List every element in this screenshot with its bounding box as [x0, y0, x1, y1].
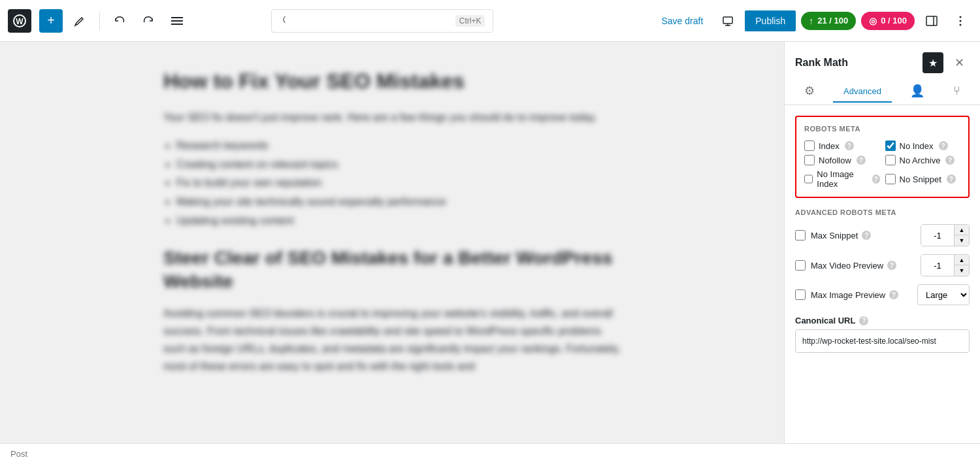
noindex-help-icon: ?: [939, 141, 948, 150]
checkbox-nofollow-row: Nofollow ?: [804, 155, 880, 165]
canonical-url-label: Canonical URL ?: [795, 316, 970, 325]
svg-point-12: [959, 24, 961, 25]
advanced-robots-meta-section: ADVANCED ROBOTS META Max Snippet ? ▲ ▼: [795, 208, 970, 305]
editor-content: How to Fix Your SEO Mistakes Your SEO fi…: [163, 68, 621, 375]
seo-score-value: 21 / 100: [817, 16, 848, 25]
max-snippet-up-button[interactable]: ▲: [955, 225, 969, 235]
max-video-label: Max Video Preview ?: [811, 261, 915, 271]
noimageindex-label: No Image Index: [817, 169, 867, 189]
tab-advanced[interactable]: Advanced: [833, 81, 892, 103]
redo-button[interactable]: [137, 9, 160, 33]
share-icon: ⑂: [953, 84, 960, 98]
max-video-row: Max Video Preview ? ▲ ▼: [795, 254, 970, 276]
checkbox-noindex-row: No Index ?: [885, 141, 961, 151]
wp-logo: W: [8, 9, 31, 33]
noindex-label: No Index: [900, 141, 934, 151]
canonical-url-input[interactable]: [795, 329, 970, 353]
nofollow-help-icon: ?: [857, 156, 866, 165]
noarchive-help-icon: ?: [945, 156, 955, 165]
close-sidebar-button[interactable]: ✕: [949, 52, 970, 73]
max-image-select[interactable]: Large None Standard: [917, 284, 970, 305]
max-snippet-row: Max Snippet ? ▲ ▼: [795, 224, 970, 246]
list-item: Making your site technically sound espec…: [176, 193, 621, 212]
max-video-up-button[interactable]: ▲: [955, 255, 969, 265]
index-help-icon: ?: [845, 141, 854, 150]
readability-score-value: 0 / 100: [881, 16, 907, 25]
advanced-robots-meta-title: ADVANCED ROBOTS META: [795, 208, 970, 216]
list-item: Fix to build your own reputation: [176, 174, 621, 193]
readability-icon: ◎: [869, 16, 877, 26]
advanced-tab-label: Advanced: [843, 86, 881, 96]
max-snippet-down-button[interactable]: ▼: [955, 235, 969, 246]
score-arrow-icon: ↑: [809, 16, 813, 26]
max-snippet-spinner: ▲ ▼: [921, 224, 970, 246]
edit-mode-button[interactable]: [68, 9, 91, 33]
search-shortcut: Ctrl+K: [455, 15, 485, 27]
undo-button[interactable]: [108, 9, 131, 33]
nosnippet-checkbox[interactable]: [885, 174, 896, 184]
max-snippet-label: Max Snippet ?: [811, 231, 915, 240]
sidebar-tabs: ⚙ Advanced 👤 ⑂: [785, 73, 980, 105]
nosnippet-label: No Snippet: [900, 174, 941, 184]
max-video-checkbox[interactable]: [795, 260, 806, 271]
checkbox-noarchive-row: No Archive ?: [885, 155, 961, 165]
svg-text:W: W: [16, 17, 24, 26]
toolbar-right: Save draft Publish ↑ 21 / 100 ◎ 0 / 100: [653, 9, 972, 33]
canonical-url-section: Canonical URL ?: [795, 316, 970, 353]
add-block-button[interactable]: +: [39, 9, 63, 33]
canonical-help-icon: ?: [859, 316, 868, 325]
tab-settings[interactable]: ⚙: [794, 78, 825, 105]
max-snippet-checkbox[interactable]: [795, 230, 806, 240]
noimageindex-help-icon: ?: [872, 174, 880, 184]
tab-person[interactable]: 👤: [900, 78, 935, 105]
bottom-bar: Post: [0, 443, 980, 464]
sidebar-panel-content: ROBOTS META Index ? No Index ? Nofoll: [785, 105, 980, 443]
readability-score-badge[interactable]: ◎ 0 / 100: [861, 12, 915, 30]
max-image-label: Max Image Preview ?: [811, 290, 912, 300]
max-snippet-input[interactable]: [921, 225, 954, 246]
post-title: How to Fix Your SEO Mistakes: [163, 68, 621, 95]
noarchive-checkbox[interactable]: [885, 155, 896, 165]
sidebar-toggle-button[interactable]: [920, 9, 943, 33]
noindex-checkbox[interactable]: [885, 141, 896, 151]
preview-button[interactable]: [716, 9, 740, 33]
post-heading: Steer Clear of SEO Mistakes for a Better…: [163, 246, 621, 294]
noimageindex-checkbox[interactable]: [804, 174, 813, 184]
checkbox-nosnippet-row: No Snippet ?: [885, 169, 961, 189]
robots-meta-grid: Index ? No Index ? Nofollow ?: [804, 141, 960, 189]
max-image-row: Max Image Preview ? Large None Standard: [795, 284, 970, 305]
svg-rect-2: [171, 17, 183, 18]
svg-rect-8: [926, 16, 937, 25]
search-bar: Ctrl+K: [271, 9, 493, 33]
save-draft-button[interactable]: Save draft: [653, 12, 711, 30]
search-input[interactable]: [295, 16, 449, 25]
list-item: Updating existing content: [176, 212, 621, 231]
svg-point-11: [959, 20, 961, 22]
publish-button[interactable]: Publish: [745, 10, 796, 31]
menu-button[interactable]: [165, 9, 189, 33]
max-image-checkbox[interactable]: [795, 290, 806, 300]
robots-meta-title: ROBOTS META: [804, 125, 960, 133]
more-options-button[interactable]: [949, 9, 972, 33]
tab-share[interactable]: ⑂: [943, 79, 971, 105]
index-checkbox[interactable]: [804, 141, 815, 151]
svg-rect-5: [723, 17, 732, 24]
checkbox-index-row: Index ?: [804, 141, 880, 151]
robots-meta-section: ROBOTS META Index ? No Index ? Nofoll: [795, 116, 970, 198]
main-area: How to Fix Your SEO Mistakes Your SEO fi…: [0, 42, 980, 443]
list-item: Creating content on relevant topics: [176, 156, 621, 174]
svg-point-10: [959, 16, 961, 18]
seo-score-badge[interactable]: ↑ 21 / 100: [801, 12, 856, 30]
spinner-buttons: ▲ ▼: [954, 225, 969, 246]
post-type-label: Post: [10, 449, 27, 459]
max-video-input[interactable]: [921, 255, 954, 276]
index-label: Index: [819, 141, 840, 151]
bullet-list: Research keywords Creating content on re…: [176, 137, 621, 231]
max-image-help-icon: ?: [889, 290, 898, 299]
max-video-help-icon: ?: [887, 261, 896, 270]
nofollow-checkbox[interactable]: [804, 155, 815, 165]
max-video-down-button[interactable]: ▼: [955, 265, 969, 276]
editor-area: How to Fix Your SEO Mistakes Your SEO fi…: [0, 42, 784, 443]
sidebar-header-actions: ★ ✕: [923, 52, 970, 73]
star-button[interactable]: ★: [923, 52, 943, 73]
